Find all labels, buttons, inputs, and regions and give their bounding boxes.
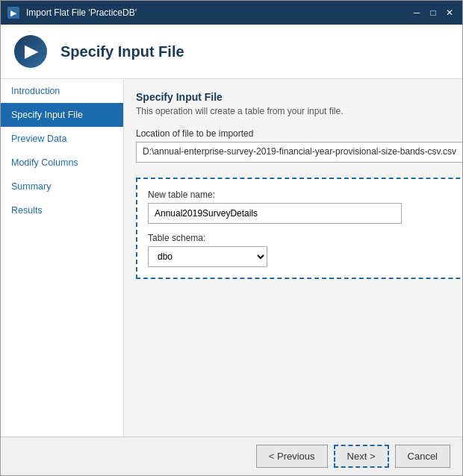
sidebar-item-modify-columns[interactable]: Modify Columns	[1, 151, 123, 175]
window-title: Import Flat File 'PracticeDB'	[26, 7, 410, 18]
title-bar-icon: ▶	[7, 6, 20, 19]
content-area: Introduction Specify Input File Preview …	[1, 79, 462, 436]
close-button[interactable]: ✕	[443, 6, 456, 19]
header-section: ▶ Specify Input File	[1, 25, 462, 79]
sidebar: Introduction Specify Input File Preview …	[1, 79, 124, 436]
table-name-input[interactable]	[148, 203, 402, 224]
file-location-group: Location of file to be imported D:\annua…	[136, 128, 462, 163]
minimize-button[interactable]: ─	[410, 6, 423, 19]
table-name-group: New table name:	[148, 190, 462, 224]
table-name-label: New table name:	[148, 190, 462, 200]
main-content: ? Help Specify Input File This operation…	[124, 79, 462, 436]
footer: < Previous Next > Cancel	[1, 436, 462, 475]
cancel-button[interactable]: Cancel	[395, 445, 450, 468]
section-title: Specify Input File	[136, 91, 462, 103]
table-schema-select[interactable]: dbo guest sys INFORMATION_SCHEMA	[148, 246, 267, 267]
next-button[interactable]: Next >	[334, 445, 389, 468]
sidebar-item-summary[interactable]: Summary	[1, 175, 123, 198]
section-subtitle: This operation will create a table from …	[136, 106, 462, 116]
file-input-row: D:\annual-enterprise-survey-2019-financi…	[136, 142, 462, 163]
file-path-display: D:\annual-enterprise-survey-2019-financi…	[136, 142, 462, 163]
header-logo: ▶	[13, 34, 49, 69]
maximize-button[interactable]: □	[426, 6, 440, 19]
previous-button[interactable]: < Previous	[256, 445, 328, 468]
title-bar: ▶ Import Flat File 'PracticeDB' ─ □ ✕	[1, 1, 462, 25]
file-location-label: Location of file to be imported	[136, 128, 462, 139]
sidebar-item-specify-input-file[interactable]: Specify Input File	[1, 103, 123, 127]
window-controls: ─ □ ✕	[410, 6, 456, 19]
table-schema-label: Table schema:	[148, 233, 462, 243]
sidebar-item-results[interactable]: Results	[1, 198, 123, 222]
svg-text:▶: ▶	[10, 9, 17, 17]
logo-arrow-icon: ▶	[25, 42, 37, 61]
sidebar-item-preview-data[interactable]: Preview Data	[1, 127, 123, 151]
header-title: Specify Input File	[60, 43, 184, 60]
main-window: ▶ Import Flat File 'PracticeDB' ─ □ ✕ ▶ …	[0, 0, 463, 476]
logo-circle: ▶	[14, 35, 47, 68]
table-schema-group: Table schema: dbo guest sys INFORMATION_…	[148, 233, 462, 267]
table-settings-box: New table name: Table schema: dbo guest …	[136, 178, 462, 279]
sidebar-item-introduction[interactable]: Introduction	[1, 79, 123, 103]
